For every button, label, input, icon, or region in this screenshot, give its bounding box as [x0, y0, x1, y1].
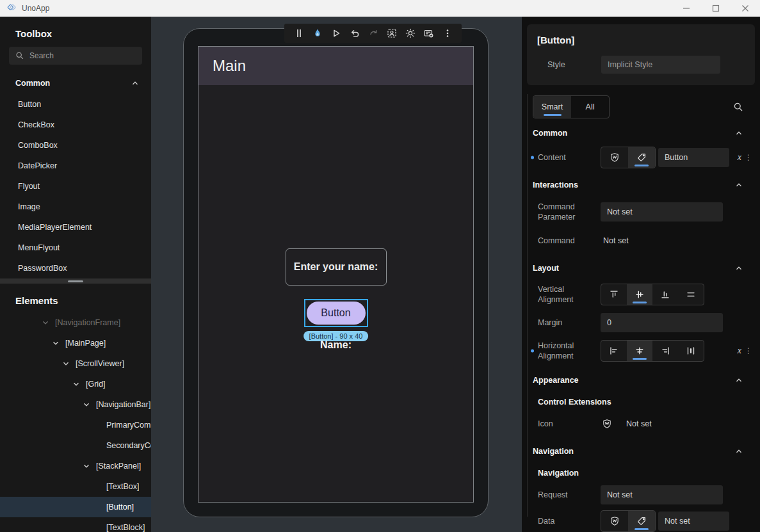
property-search-icon[interactable] — [733, 102, 743, 112]
tree-item-button[interactable]: [Button] — [0, 497, 151, 517]
selection-outline[interactable]: Button — [304, 299, 368, 327]
toolbox-item-checkbox[interactable]: CheckBox — [0, 115, 151, 135]
content-value-field[interactable]: Button — [658, 148, 729, 167]
tree-item-primarycommands[interactable]: PrimaryComm — [0, 415, 151, 435]
toolbox-search[interactable] — [9, 47, 142, 65]
align-bottom-icon[interactable] — [652, 284, 678, 305]
horizontal-alignment-row: Horizontal Alignment — [528, 336, 755, 366]
toolbox-item-combobox[interactable]: ComboBox — [0, 135, 151, 156]
window-titlebar: UnoApp — [0, 0, 760, 17]
tag-icon[interactable] — [628, 511, 655, 531]
command-value[interactable]: Not set — [601, 236, 629, 245]
binding-icon[interactable] — [601, 147, 628, 168]
tree-item-stackpanel[interactable]: [StackPanel] — [0, 456, 151, 476]
tab-smart[interactable]: Smart — [533, 96, 571, 118]
chevron-down-icon[interactable] — [72, 380, 86, 389]
align-vstretch-icon[interactable] — [678, 284, 704, 305]
tree-item-scrollviewer[interactable]: [ScrollViewer] — [0, 353, 151, 374]
style-value-field[interactable]: Implicit Style — [601, 56, 720, 74]
page-body[interactable]: Enter your name: Button [Button] - 90 x … — [198, 85, 473, 502]
app-title: UnoApp — [22, 4, 49, 13]
binding-icon[interactable] — [601, 511, 628, 531]
more-menu-icon[interactable] — [438, 24, 457, 43]
chevron-down-icon[interactable] — [41, 318, 55, 327]
tree-item-navigationframe[interactable]: [NavigationFrame] — [0, 312, 151, 333]
align-top-icon[interactable] — [601, 284, 627, 305]
command-parameter-field[interactable]: Not set — [601, 202, 723, 222]
margin-field[interactable]: 0 — [601, 313, 723, 332]
icon-value[interactable]: Not set — [624, 419, 652, 428]
margin-row: Margin 0 — [528, 310, 755, 335]
data-value-field[interactable]: Not set — [658, 512, 729, 531]
chevron-down-icon[interactable] — [61, 359, 76, 368]
tab-all[interactable]: All — [571, 96, 609, 118]
chevron-up-icon — [734, 447, 743, 456]
tree-item-secondarycommands[interactable]: SecondaryCo — [0, 435, 151, 456]
tree-item-textbox[interactable]: [TextBox] — [0, 476, 151, 497]
section-appearance[interactable]: Appearance — [528, 369, 755, 391]
theme-sun-icon[interactable] — [401, 24, 419, 43]
chevron-up-icon — [131, 79, 140, 88]
device-screen[interactable]: Main Enter your name: Button [Button] - … — [198, 46, 474, 503]
expression-x-icon[interactable]: x — [738, 346, 741, 356]
inspect-user-icon[interactable] — [382, 24, 401, 43]
modified-dot — [531, 350, 534, 353]
subsection-navigation: Navigation — [528, 462, 755, 481]
vertical-alignment-row: Vertical Alignment — [528, 280, 755, 309]
minimize-button[interactable] — [672, 0, 701, 17]
align-hstretch-icon[interactable] — [678, 341, 704, 361]
app-logo-icon — [6, 3, 17, 13]
align-right-icon[interactable] — [652, 341, 678, 361]
chevron-up-icon — [734, 181, 743, 189]
section-interactions[interactable]: Interactions — [528, 174, 755, 196]
toolbox-item-image[interactable]: Image — [0, 197, 151, 217]
tree-item-navigationbar[interactable]: [NavigationBar] — [0, 394, 151, 415]
kebab-menu-icon[interactable]: ⋮ — [745, 153, 752, 162]
design-canvas[interactable]: Main Enter your name: Button [Button] - … — [151, 17, 522, 532]
splitter-grip-icon — [68, 280, 83, 282]
panel-splitter[interactable] — [0, 278, 151, 284]
toolbox-item-passwordbox[interactable]: PasswordBox — [0, 258, 151, 278]
toolbox-section-common[interactable]: Common — [0, 72, 151, 94]
toolbox-item-mediaplayerelement[interactable]: MediaPlayerElement — [0, 217, 151, 238]
maximize-button[interactable] — [701, 0, 731, 17]
tag-icon[interactable] — [628, 147, 655, 168]
chevron-down-icon[interactable] — [82, 400, 96, 409]
toolbox-item-flyout[interactable]: Flyout — [0, 176, 151, 197]
tree-item-mainpage[interactable]: [MainPage] — [0, 333, 151, 353]
toolbox-item-button[interactable]: Button — [0, 94, 151, 115]
drag-handle-icon[interactable] — [289, 24, 308, 43]
device-check-icon[interactable] — [419, 24, 438, 43]
align-left-icon[interactable] — [601, 341, 627, 361]
kebab-menu-icon[interactable]: ⋮ — [745, 346, 752, 355]
expression-x-icon[interactable]: x — [738, 152, 741, 163]
align-hcenter-icon[interactable] — [627, 341, 652, 361]
page-header: Main — [198, 47, 473, 85]
tree-item-grid[interactable]: [Grid] — [0, 374, 151, 394]
toolbox-list: Button CheckBox ComboBox DatePicker Flyo… — [0, 94, 151, 278]
canvas-button[interactable]: Button — [307, 302, 366, 325]
section-layout[interactable]: Layout — [528, 257, 755, 279]
toolbox-title: Toolbox — [0, 17, 151, 45]
chevron-down-icon[interactable] — [51, 339, 65, 348]
binding-icon[interactable] — [602, 419, 612, 429]
request-field[interactable]: Not set — [601, 485, 723, 504]
section-common[interactable]: Common — [528, 122, 755, 144]
content-mode-toggle — [601, 147, 656, 168]
textbox-enter-name[interactable]: Enter your name: — [286, 248, 387, 286]
redo-icon[interactable] — [364, 24, 382, 43]
tree-item-textblock[interactable]: [TextBlock] — [0, 517, 151, 532]
chevron-down-icon[interactable] — [82, 462, 96, 471]
request-row: Request Not set — [528, 482, 755, 508]
search-input[interactable] — [29, 51, 136, 60]
chevron-up-icon — [734, 376, 743, 385]
section-navigation[interactable]: Navigation — [528, 440, 755, 462]
hot-reload-flame-icon[interactable] — [308, 24, 327, 43]
undo-icon[interactable] — [345, 24, 364, 43]
play-icon[interactable] — [327, 24, 345, 43]
toolbox-item-menuflyout[interactable]: MenuFlyout — [0, 238, 151, 258]
close-button[interactable] — [731, 0, 760, 17]
toolbox-item-datepicker[interactable]: DatePicker — [0, 156, 151, 176]
elements-title: Elements — [0, 284, 151, 312]
align-vcenter-icon[interactable] — [627, 284, 652, 305]
